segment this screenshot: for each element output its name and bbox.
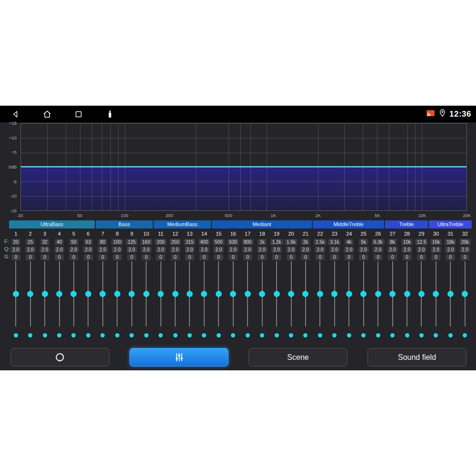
- slider-knob[interactable]: [158, 291, 164, 297]
- slider-knob[interactable]: [418, 291, 425, 297]
- slider-knob[interactable]: [447, 291, 454, 297]
- slider-knob[interactable]: [216, 291, 222, 297]
- sound-field-button[interactable]: Sound field: [367, 348, 466, 367]
- slider-knob[interactable]: [201, 291, 207, 297]
- slider-dot[interactable]: [376, 333, 380, 337]
- slider-column-27: [385, 261, 399, 340]
- slider-dot[interactable]: [361, 333, 366, 337]
- slider-dot[interactable]: [347, 333, 351, 337]
- slider-dot[interactable]: [43, 333, 47, 337]
- band-cell: 9: [125, 230, 139, 238]
- slider-knob[interactable]: [172, 291, 178, 297]
- slider-knob[interactable]: [99, 291, 106, 297]
- slider-knob[interactable]: [245, 291, 251, 297]
- band-cell: 0: [52, 253, 66, 261]
- equalizer-button[interactable]: [129, 348, 228, 367]
- band-cell: 0: [226, 253, 240, 261]
- slider-knob[interactable]: [70, 291, 77, 297]
- band-number: 10: [143, 231, 149, 237]
- scene-button[interactable]: Scene: [248, 348, 347, 367]
- slider-dot[interactable]: [202, 333, 206, 337]
- slider-dot[interactable]: [28, 333, 32, 337]
- band-cell: 0: [81, 253, 95, 261]
- band-gain-value: 0: [460, 254, 469, 260]
- band-cell: 8: [110, 230, 124, 238]
- slider-knob[interactable]: [346, 291, 352, 297]
- slider-knob[interactable]: [389, 291, 396, 297]
- slider-dot[interactable]: [129, 333, 134, 337]
- slider-knob[interactable]: [433, 291, 439, 297]
- slider-dot[interactable]: [71, 333, 76, 337]
- slider-dot[interactable]: [57, 333, 61, 337]
- slider-dot[interactable]: [448, 333, 453, 337]
- slider-dot[interactable]: [289, 333, 293, 337]
- slider-column-9: [125, 261, 139, 340]
- slider-dot[interactable]: [173, 333, 178, 337]
- back-button[interactable]: [0, 109, 31, 119]
- slider-dot[interactable]: [318, 333, 322, 337]
- slider-dot[interactable]: [14, 333, 18, 337]
- slider-knob[interactable]: [187, 291, 193, 297]
- slider-knob[interactable]: [230, 291, 236, 297]
- band-cells-g: 00000000000000000000000000000000: [9, 253, 472, 261]
- band-group-ultrabass: UltraBass: [9, 220, 95, 228]
- slider-dot[interactable]: [246, 333, 250, 337]
- slider-dot[interactable]: [217, 333, 221, 337]
- slider-knob[interactable]: [317, 291, 323, 297]
- slider-knob[interactable]: [42, 291, 48, 297]
- slider-dot[interactable]: [405, 333, 409, 337]
- band-cell: 0: [168, 253, 182, 261]
- slider-dot[interactable]: [188, 333, 192, 337]
- recents-button[interactable]: [63, 109, 94, 119]
- clock: 12:36: [449, 109, 471, 119]
- slider-dot[interactable]: [434, 333, 438, 337]
- band-q-value: 2.0: [271, 247, 282, 253]
- slider-knob[interactable]: [331, 291, 337, 297]
- band-cell: 26: [371, 230, 385, 238]
- band-cell: 2.0: [96, 246, 110, 253]
- slider-dot[interactable]: [100, 333, 105, 337]
- slider-knob[interactable]: [302, 291, 308, 297]
- band-cell: 2.0: [81, 246, 95, 253]
- slider-dot[interactable]: [390, 333, 395, 337]
- slider-column-11: [153, 261, 168, 340]
- slider-knob[interactable]: [85, 291, 91, 297]
- slider-dot[interactable]: [144, 333, 149, 337]
- slider-dot[interactable]: [115, 333, 119, 337]
- slider-dot[interactable]: [260, 333, 264, 337]
- home-button[interactable]: [31, 109, 63, 119]
- slider-knob[interactable]: [129, 291, 135, 297]
- slider-knob[interactable]: [259, 291, 265, 297]
- band-frequency-value: 16k: [430, 239, 442, 245]
- band-frequency-value: 630: [227, 239, 239, 245]
- slider-dot[interactable]: [86, 333, 90, 337]
- band-frequency-value: 400: [198, 239, 210, 245]
- band-gain-value: 0: [403, 254, 412, 260]
- slider-dot[interactable]: [332, 333, 337, 337]
- slider-knob[interactable]: [404, 291, 410, 297]
- slider-knob[interactable]: [360, 291, 367, 297]
- slider-knob[interactable]: [27, 291, 33, 297]
- slider-knob[interactable]: [13, 291, 19, 297]
- slider-dot[interactable]: [231, 333, 235, 337]
- slider-knob[interactable]: [375, 291, 381, 297]
- slider-knob[interactable]: [462, 291, 468, 297]
- slider-knob[interactable]: [56, 291, 62, 297]
- slider-knob[interactable]: [143, 291, 149, 297]
- slider-knob[interactable]: [274, 291, 280, 297]
- band-frequency-value: 125: [126, 239, 138, 245]
- slider-dot[interactable]: [463, 333, 467, 337]
- y-axis-label: +5: [0, 149, 17, 155]
- band-frequency-value: 12.5: [415, 239, 428, 245]
- x-axis-label: 5K: [375, 213, 380, 218]
- reset-button[interactable]: [10, 348, 109, 367]
- slider-dot[interactable]: [275, 333, 279, 337]
- band-cell: 2.0: [38, 246, 52, 253]
- slider-knob[interactable]: [114, 291, 120, 297]
- slider-knob[interactable]: [288, 291, 294, 297]
- slider-dot[interactable]: [303, 333, 307, 337]
- slider-dot[interactable]: [419, 333, 424, 337]
- band-cell: 160: [139, 238, 153, 246]
- band-gain-value: 0: [374, 254, 383, 260]
- slider-dot[interactable]: [159, 333, 163, 337]
